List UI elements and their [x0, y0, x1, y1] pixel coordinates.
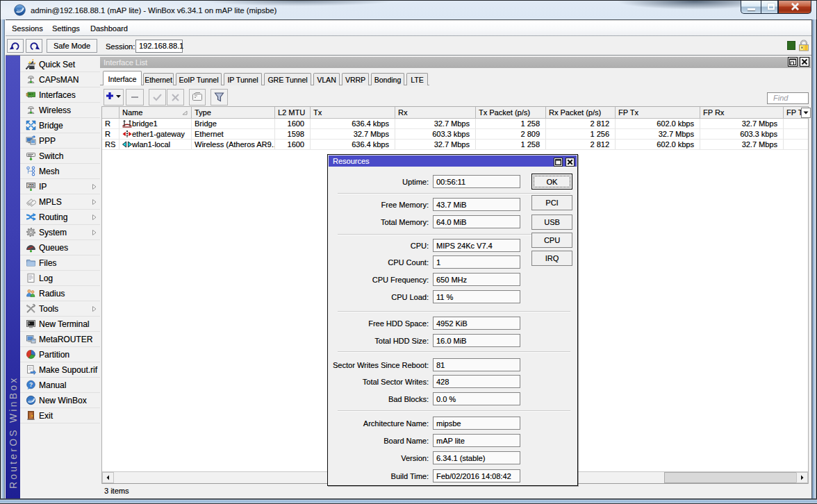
- svg-text:255: 255: [28, 183, 34, 187]
- svg-text:?: ?: [29, 381, 33, 388]
